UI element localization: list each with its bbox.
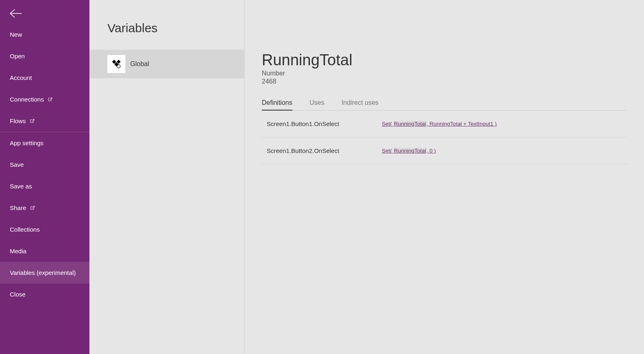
nav-item-label: Share [10,204,26,211]
variables-scope-panel: Variables Global [89,0,245,354]
nav-item-label: Save as [10,183,32,190]
nav-item-label: App settings [10,139,44,146]
variables-title: Variables [89,0,244,50]
nav-item-label: Connections [10,96,44,103]
back-button[interactable] [0,0,89,24]
nav-item-save-as[interactable]: Save as [0,175,89,197]
nav-item-label: Media [10,248,27,254]
formula-highlight: RunningTotal [394,148,427,154]
definition-source: Screen1.Button2.OnSelect [267,147,374,154]
scope-global[interactable]: Global [89,50,244,78]
nav-item-label: Save [10,161,24,168]
global-icon [107,55,125,73]
definition-formula-link[interactable]: Set( RunningTotal, RunningTotal + TextIn… [382,121,497,127]
variable-tabs: Definitions Uses Indirect uses [262,99,627,111]
variable-type: Number [262,70,627,77]
nav-item-save[interactable]: Save [0,154,89,175]
variable-detail-panel: RunningTotal Number 2468 Definitions Use… [245,0,644,354]
nav-item-label: Close [10,291,25,298]
external-link-icon [29,118,35,124]
external-link-icon [30,205,35,210]
nav-item-media[interactable]: Media [0,240,89,262]
nav-item-share[interactable]: Share [0,197,89,219]
nav-item-variables-experimental-[interactable]: Variables (experimental) [0,262,89,283]
arrow-left-icon [10,9,22,18]
definition-row: Screen1.Button1.OnSelectSet( RunningTota… [262,111,627,137]
nav-item-label: Flows [10,117,26,124]
nav-item-app-settings[interactable]: App settings [0,132,89,154]
nav-item-open[interactable]: Open [0,45,89,67]
formula-highlight: RunningTotal [394,121,427,127]
nav-item-label: New [10,31,22,38]
nav-item-connections[interactable]: Connections [0,88,89,110]
variable-name: RunningTotal [262,51,627,69]
nav-item-account[interactable]: Account [0,67,89,88]
nav-item-label: Collections [10,226,40,233]
definition-formula-link[interactable]: Set( RunningTotal, 0 ) [382,148,436,154]
nav-item-label: Open [10,53,25,60]
nav-item-label: Variables (experimental) [10,269,76,276]
nav-item-label: Account [10,74,32,81]
external-link-icon [47,97,53,102]
definition-source: Screen1.Button1.OnSelect [267,120,374,127]
nav-item-new[interactable]: New [0,24,89,45]
nav-item-close[interactable]: Close [0,283,89,305]
tab-uses[interactable]: Uses [310,99,324,110]
scope-label: Global [130,60,149,68]
nav-item-collections[interactable]: Collections [0,219,89,240]
tab-indirect-uses[interactable]: Indirect uses [341,99,379,110]
tab-definitions[interactable]: Definitions [262,99,292,111]
file-menu-sidebar: NewOpenAccountConnectionsFlowsApp settin… [0,0,89,354]
variable-value: 2468 [262,78,627,85]
nav-item-flows[interactable]: Flows [0,110,89,132]
definition-row: Screen1.Button2.OnSelectSet( RunningTota… [262,137,627,164]
